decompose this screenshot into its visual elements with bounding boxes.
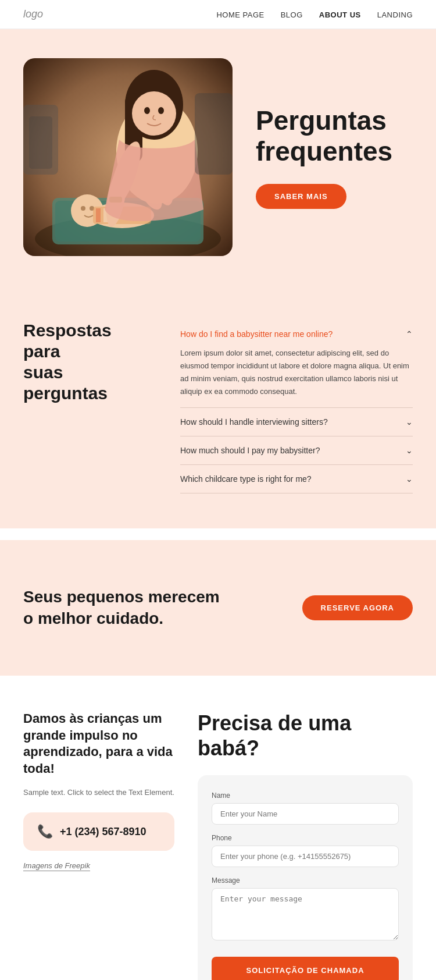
cta-title: Seus pequenos merecem o melhor cuidado.	[23, 587, 233, 629]
image-credit: Imagens de Freepik	[23, 860, 174, 872]
contact-left-title: Damos às crianças um grande impulso no a…	[23, 711, 174, 777]
faq-answer-1: Lorem ipsum dolor sit amet, consectetur …	[180, 347, 413, 398]
hero-text: Perguntas frequentes SABER MAIS	[256, 105, 413, 210]
svg-rect-9	[96, 208, 101, 222]
faq-item-1-header[interactable]: How do I find a babysitter near me onlin…	[180, 329, 413, 339]
phone-label: Phone	[212, 834, 399, 842]
svg-point-6	[81, 206, 85, 211]
nav-landing[interactable]: LANDING	[377, 10, 413, 19]
phone-box: 📞 +1 (234) 567-8910	[23, 812, 174, 851]
faq-section: Respostas para suas perguntas How do I f…	[0, 285, 436, 528]
hero-image	[23, 58, 233, 256]
contact-section: Damos às crianças um grande impulso no a…	[0, 676, 436, 980]
faq-left: Respostas para suas perguntas	[23, 320, 151, 493]
svg-rect-27	[195, 93, 233, 175]
contact-left-text: Sample text. Click to select the Text El…	[23, 787, 174, 799]
svg-rect-26	[29, 116, 52, 169]
navbar: logo HOME PAGE BLOG ABOUT US LANDING	[0, 0, 436, 29]
contact-left: Damos às crianças um grande impulso no a…	[23, 711, 174, 886]
nav-about[interactable]: ABOUT US	[319, 10, 361, 19]
name-label: Name	[212, 791, 399, 800]
faq-item-1: How do I find a babysitter near me onlin…	[180, 320, 413, 408]
form-message-group: Message	[212, 876, 399, 943]
svg-point-20	[144, 107, 150, 114]
nav-links: HOME PAGE BLOG ABOUT US LANDING	[216, 9, 413, 20]
hero-title: Perguntas frequentes	[256, 105, 413, 167]
hero-illustration	[23, 58, 233, 256]
chevron-down-icon-2: ⌄	[406, 417, 413, 427]
faq-title: Respostas para suas perguntas	[23, 320, 151, 404]
faq-item-2-header[interactable]: How should I handle interviewing sitters…	[180, 417, 413, 427]
message-input[interactable]	[212, 888, 399, 940]
contact-form: Name Phone Message SOLICITAÇÃO DE CHAMAD…	[198, 775, 413, 980]
chevron-up-icon: ⌃	[406, 329, 413, 339]
contact-right-title: Precisa de uma babá?	[198, 711, 413, 761]
faq-right: How do I find a babysitter near me onlin…	[180, 320, 413, 493]
faq-item-3-header[interactable]: How much should I pay my babysitter? ⌄	[180, 446, 413, 455]
faq-question-2: How should I handle interviewing sitters…	[180, 417, 328, 427]
cta-button[interactable]: RESERVE AGORA	[302, 595, 413, 620]
faq-question-3: How much should I pay my babysitter?	[180, 446, 320, 455]
faq-question-1: How do I find a babysitter near me onlin…	[180, 329, 333, 339]
faq-item-3: How much should I pay my babysitter? ⌄	[180, 436, 413, 465]
nav-blog[interactable]: BLOG	[281, 10, 303, 19]
nav-home[interactable]: HOME PAGE	[216, 10, 264, 19]
name-input[interactable]	[212, 803, 399, 825]
logo: logo	[23, 8, 43, 20]
svg-point-21	[158, 107, 164, 114]
message-label: Message	[212, 876, 399, 885]
cta-section: Seus pequenos merecem o melhor cuidado. …	[0, 540, 436, 676]
faq-item-4-header[interactable]: Which childcare type is right for me? ⌄	[180, 474, 413, 484]
phone-icon: 📞	[37, 824, 53, 839]
faq-item-4: Which childcare type is right for me? ⌄	[180, 465, 413, 493]
phone-number: +1 (234) 567-8910	[60, 826, 146, 838]
faq-item-2: How should I handle interviewing sitters…	[180, 408, 413, 436]
form-phone-group: Phone	[212, 834, 399, 867]
submit-button[interactable]: SOLICITAÇÃO DE CHAMADA	[212, 957, 399, 980]
svg-point-19	[132, 91, 176, 136]
hero-section: Perguntas frequentes SABER MAIS	[0, 29, 436, 285]
hero-cta-button[interactable]: SABER MAIS	[256, 184, 346, 209]
chevron-down-icon-4: ⌄	[406, 474, 413, 484]
chevron-down-icon-3: ⌄	[406, 446, 413, 455]
form-name-group: Name	[212, 791, 399, 825]
contact-right: Precisa de uma babá? Name Phone Message …	[198, 711, 413, 980]
faq-question-4: Which childcare type is right for me?	[180, 474, 312, 484]
phone-input[interactable]	[212, 846, 399, 867]
